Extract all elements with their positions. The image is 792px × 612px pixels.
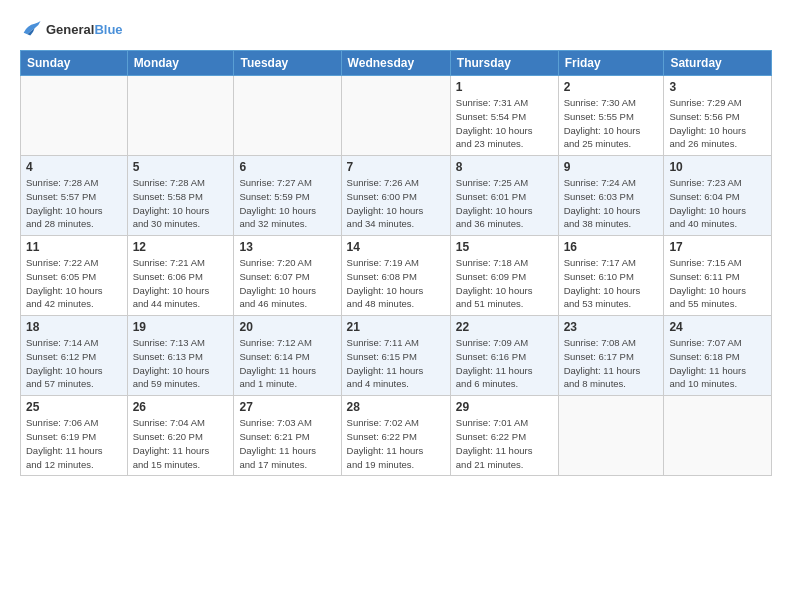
day-info: Sunrise: 7:28 AM Sunset: 5:57 PM Dayligh… [26,176,122,231]
calendar-cell [341,76,450,156]
day-number: 9 [564,160,659,174]
calendar-cell: 9Sunrise: 7:24 AM Sunset: 6:03 PM Daylig… [558,156,664,236]
day-info: Sunrise: 7:28 AM Sunset: 5:58 PM Dayligh… [133,176,229,231]
calendar-weekday-thursday: Thursday [450,51,558,76]
day-number: 25 [26,400,122,414]
day-number: 17 [669,240,766,254]
calendar-cell: 3Sunrise: 7:29 AM Sunset: 5:56 PM Daylig… [664,76,772,156]
day-number: 24 [669,320,766,334]
day-number: 26 [133,400,229,414]
calendar-table: SundayMondayTuesdayWednesdayThursdayFrid… [20,50,772,476]
day-info: Sunrise: 7:06 AM Sunset: 6:19 PM Dayligh… [26,416,122,471]
calendar-cell: 15Sunrise: 7:18 AM Sunset: 6:09 PM Dayli… [450,236,558,316]
calendar-cell: 5Sunrise: 7:28 AM Sunset: 5:58 PM Daylig… [127,156,234,236]
day-number: 12 [133,240,229,254]
calendar-cell: 25Sunrise: 7:06 AM Sunset: 6:19 PM Dayli… [21,396,128,476]
calendar-cell: 10Sunrise: 7:23 AM Sunset: 6:04 PM Dayli… [664,156,772,236]
calendar-cell: 28Sunrise: 7:02 AM Sunset: 6:22 PM Dayli… [341,396,450,476]
calendar-weekday-wednesday: Wednesday [341,51,450,76]
calendar-cell: 27Sunrise: 7:03 AM Sunset: 6:21 PM Dayli… [234,396,341,476]
day-number: 1 [456,80,553,94]
calendar-weekday-saturday: Saturday [664,51,772,76]
calendar-cell: 19Sunrise: 7:13 AM Sunset: 6:13 PM Dayli… [127,316,234,396]
calendar-week-row: 4Sunrise: 7:28 AM Sunset: 5:57 PM Daylig… [21,156,772,236]
calendar-cell: 4Sunrise: 7:28 AM Sunset: 5:57 PM Daylig… [21,156,128,236]
day-number: 15 [456,240,553,254]
calendar-cell: 14Sunrise: 7:19 AM Sunset: 6:08 PM Dayli… [341,236,450,316]
calendar-cell: 23Sunrise: 7:08 AM Sunset: 6:17 PM Dayli… [558,316,664,396]
day-info: Sunrise: 7:21 AM Sunset: 6:06 PM Dayligh… [133,256,229,311]
calendar-cell [558,396,664,476]
day-info: Sunrise: 7:09 AM Sunset: 6:16 PM Dayligh… [456,336,553,391]
calendar-cell [234,76,341,156]
day-number: 21 [347,320,445,334]
day-number: 19 [133,320,229,334]
calendar-header-row: SundayMondayTuesdayWednesdayThursdayFrid… [21,51,772,76]
calendar-cell: 22Sunrise: 7:09 AM Sunset: 6:16 PM Dayli… [450,316,558,396]
day-info: Sunrise: 7:25 AM Sunset: 6:01 PM Dayligh… [456,176,553,231]
day-info: Sunrise: 7:19 AM Sunset: 6:08 PM Dayligh… [347,256,445,311]
day-number: 18 [26,320,122,334]
calendar-cell: 18Sunrise: 7:14 AM Sunset: 6:12 PM Dayli… [21,316,128,396]
calendar-cell: 12Sunrise: 7:21 AM Sunset: 6:06 PM Dayli… [127,236,234,316]
logo: GeneralBlue [20,18,123,40]
day-number: 8 [456,160,553,174]
day-number: 20 [239,320,335,334]
calendar-cell: 2Sunrise: 7:30 AM Sunset: 5:55 PM Daylig… [558,76,664,156]
day-number: 23 [564,320,659,334]
calendar-week-row: 11Sunrise: 7:22 AM Sunset: 6:05 PM Dayli… [21,236,772,316]
day-number: 29 [456,400,553,414]
day-number: 22 [456,320,553,334]
day-info: Sunrise: 7:12 AM Sunset: 6:14 PM Dayligh… [239,336,335,391]
day-info: Sunrise: 7:15 AM Sunset: 6:11 PM Dayligh… [669,256,766,311]
day-info: Sunrise: 7:04 AM Sunset: 6:20 PM Dayligh… [133,416,229,471]
day-info: Sunrise: 7:31 AM Sunset: 5:54 PM Dayligh… [456,96,553,151]
calendar-cell: 26Sunrise: 7:04 AM Sunset: 6:20 PM Dayli… [127,396,234,476]
day-number: 10 [669,160,766,174]
day-info: Sunrise: 7:01 AM Sunset: 6:22 PM Dayligh… [456,416,553,471]
day-info: Sunrise: 7:17 AM Sunset: 6:10 PM Dayligh… [564,256,659,311]
day-info: Sunrise: 7:30 AM Sunset: 5:55 PM Dayligh… [564,96,659,151]
day-number: 13 [239,240,335,254]
calendar-weekday-friday: Friday [558,51,664,76]
day-info: Sunrise: 7:26 AM Sunset: 6:00 PM Dayligh… [347,176,445,231]
calendar-cell: 6Sunrise: 7:27 AM Sunset: 5:59 PM Daylig… [234,156,341,236]
calendar-cell: 21Sunrise: 7:11 AM Sunset: 6:15 PM Dayli… [341,316,450,396]
day-info: Sunrise: 7:18 AM Sunset: 6:09 PM Dayligh… [456,256,553,311]
day-number: 14 [347,240,445,254]
calendar-week-row: 1Sunrise: 7:31 AM Sunset: 5:54 PM Daylig… [21,76,772,156]
day-number: 7 [347,160,445,174]
calendar-cell: 13Sunrise: 7:20 AM Sunset: 6:07 PM Dayli… [234,236,341,316]
day-info: Sunrise: 7:22 AM Sunset: 6:05 PM Dayligh… [26,256,122,311]
day-number: 16 [564,240,659,254]
day-info: Sunrise: 7:27 AM Sunset: 5:59 PM Dayligh… [239,176,335,231]
calendar-cell: 7Sunrise: 7:26 AM Sunset: 6:00 PM Daylig… [341,156,450,236]
calendar-weekday-monday: Monday [127,51,234,76]
day-number: 27 [239,400,335,414]
day-info: Sunrise: 7:07 AM Sunset: 6:18 PM Dayligh… [669,336,766,391]
day-info: Sunrise: 7:29 AM Sunset: 5:56 PM Dayligh… [669,96,766,151]
day-info: Sunrise: 7:11 AM Sunset: 6:15 PM Dayligh… [347,336,445,391]
calendar-cell: 29Sunrise: 7:01 AM Sunset: 6:22 PM Dayli… [450,396,558,476]
calendar-weekday-sunday: Sunday [21,51,128,76]
page: GeneralBlue SundayMondayTuesdayWednesday… [0,0,792,486]
calendar-week-row: 18Sunrise: 7:14 AM Sunset: 6:12 PM Dayli… [21,316,772,396]
day-info: Sunrise: 7:13 AM Sunset: 6:13 PM Dayligh… [133,336,229,391]
day-info: Sunrise: 7:20 AM Sunset: 6:07 PM Dayligh… [239,256,335,311]
calendar-cell: 20Sunrise: 7:12 AM Sunset: 6:14 PM Dayli… [234,316,341,396]
day-number: 11 [26,240,122,254]
day-number: 3 [669,80,766,94]
day-number: 4 [26,160,122,174]
day-info: Sunrise: 7:23 AM Sunset: 6:04 PM Dayligh… [669,176,766,231]
calendar-week-row: 25Sunrise: 7:06 AM Sunset: 6:19 PM Dayli… [21,396,772,476]
day-info: Sunrise: 7:24 AM Sunset: 6:03 PM Dayligh… [564,176,659,231]
logo-text: GeneralBlue [46,22,123,37]
calendar-cell [127,76,234,156]
calendar-cell: 1Sunrise: 7:31 AM Sunset: 5:54 PM Daylig… [450,76,558,156]
day-info: Sunrise: 7:08 AM Sunset: 6:17 PM Dayligh… [564,336,659,391]
calendar-cell [664,396,772,476]
day-number: 6 [239,160,335,174]
calendar-cell: 17Sunrise: 7:15 AM Sunset: 6:11 PM Dayli… [664,236,772,316]
header: GeneralBlue [20,18,772,40]
calendar-cell: 24Sunrise: 7:07 AM Sunset: 6:18 PM Dayli… [664,316,772,396]
